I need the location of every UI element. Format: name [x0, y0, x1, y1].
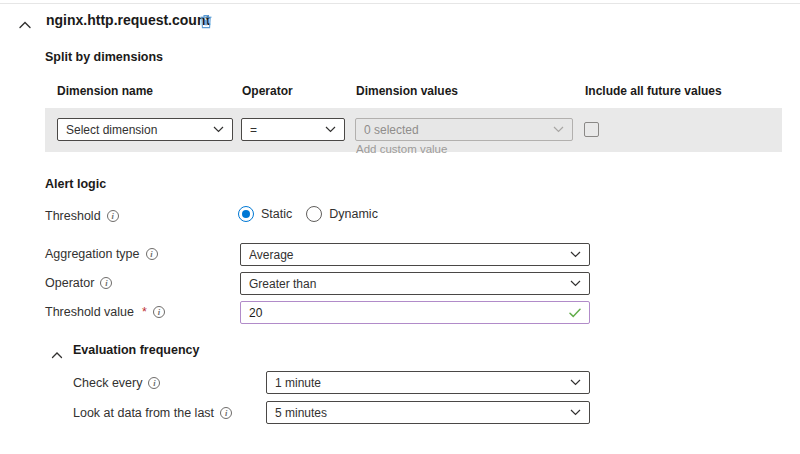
operator-select[interactable]: Greater than	[240, 272, 590, 295]
radio-unselected-icon	[306, 206, 322, 222]
chevron-down-icon	[213, 126, 224, 133]
check-every-select-value: 1 minute	[275, 376, 564, 390]
column-header-operator: Operator	[242, 84, 293, 98]
info-icon[interactable]: i	[107, 210, 119, 222]
operator-label-row: Operator i	[45, 276, 112, 290]
operator-label: Operator	[45, 276, 94, 290]
threshold-radio-group: Static Dynamic	[238, 206, 378, 222]
threshold-value-label-row: Threshold value * i	[45, 305, 165, 319]
lookback-label: Look at data from the last	[73, 406, 214, 420]
lookback-select[interactable]: 5 minutes	[266, 401, 590, 424]
aggregation-type-select-value: Average	[249, 248, 564, 262]
check-every-label: Check every	[73, 376, 142, 390]
chevron-down-icon	[325, 126, 336, 133]
alert-logic-heading: Alert logic	[45, 177, 106, 191]
evaluation-frequency-chevron-up-icon[interactable]	[51, 345, 63, 363]
dimension-operator-select[interactable]: =	[241, 118, 345, 141]
dimension-name-select[interactable]: Select dimension	[57, 118, 233, 141]
chevron-down-icon	[570, 409, 581, 416]
metric-alert-condition-panel: nginx.http.request.count Split by dimens…	[0, 0, 800, 454]
threshold-label-row: Threshold i	[45, 209, 119, 223]
chevron-down-icon	[570, 280, 581, 287]
dimension-name-select-value: Select dimension	[66, 123, 207, 137]
top-divider	[0, 3, 800, 4]
collapse-section-chevron-up-icon[interactable]	[18, 16, 34, 28]
check-every-select[interactable]: 1 minute	[266, 371, 590, 394]
aggregation-type-label: Aggregation type	[45, 247, 140, 261]
column-header-dimension-name: Dimension name	[57, 84, 153, 98]
chevron-down-icon	[570, 251, 581, 258]
chevron-down-icon	[570, 379, 581, 386]
operator-select-value: Greater than	[249, 277, 564, 291]
radio-selected-icon	[238, 206, 254, 222]
threshold-value-field-wrap	[240, 301, 590, 324]
dimension-operator-select-value: =	[250, 123, 319, 137]
dimension-row: Select dimension = 0 selected Add custom…	[45, 108, 782, 152]
column-header-include-all-future-values: Include all future values	[585, 84, 722, 98]
required-asterisk: *	[142, 305, 147, 319]
threshold-label: Threshold	[45, 209, 101, 223]
threshold-static-label: Static	[261, 207, 292, 221]
threshold-static-radio[interactable]: Static	[238, 206, 292, 222]
threshold-value-label: Threshold value	[45, 305, 134, 319]
info-icon[interactable]: i	[100, 277, 112, 289]
chevron-down-icon	[553, 126, 564, 133]
aggregation-type-label-row: Aggregation type i	[45, 247, 158, 261]
include-all-future-values-checkbox[interactable]	[584, 122, 599, 137]
evaluation-frequency-heading: Evaluation frequency	[73, 343, 199, 357]
threshold-dynamic-label: Dynamic	[329, 207, 378, 221]
dimension-values-select-value: 0 selected	[364, 123, 547, 137]
valid-checkmark-icon	[569, 308, 581, 318]
info-icon[interactable]: i	[220, 407, 232, 419]
add-custom-value-link[interactable]: Add custom value	[356, 143, 447, 155]
threshold-value-input[interactable]	[249, 306, 563, 320]
threshold-dynamic-radio[interactable]: Dynamic	[306, 206, 378, 222]
dimension-values-select: 0 selected	[355, 118, 573, 141]
info-icon[interactable]: i	[146, 248, 158, 260]
aggregation-type-select[interactable]: Average	[240, 243, 590, 266]
info-icon[interactable]: i	[153, 306, 165, 318]
lookback-label-row: Look at data from the last i	[73, 406, 232, 420]
check-every-label-row: Check every i	[73, 376, 160, 390]
info-icon[interactable]: i	[148, 377, 160, 389]
delete-condition-trash-icon[interactable]	[198, 13, 216, 31]
lookback-select-value: 5 minutes	[275, 406, 564, 420]
metric-title: nginx.http.request.count	[46, 12, 210, 28]
split-by-dimensions-heading: Split by dimensions	[45, 50, 163, 64]
column-header-dimension-values: Dimension values	[356, 84, 458, 98]
